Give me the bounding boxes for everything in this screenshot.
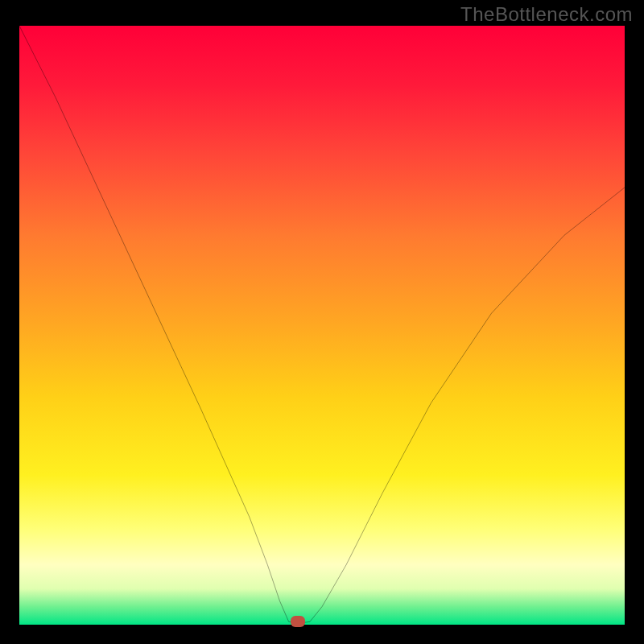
minimum-marker: [291, 616, 305, 627]
curve-svg: [19, 26, 625, 625]
curve-path: [19, 26, 625, 624]
plot-area: [19, 26, 625, 625]
watermark-text: TheBottleneck.com: [460, 3, 633, 26]
chart-frame: TheBottleneck.com: [0, 0, 644, 644]
